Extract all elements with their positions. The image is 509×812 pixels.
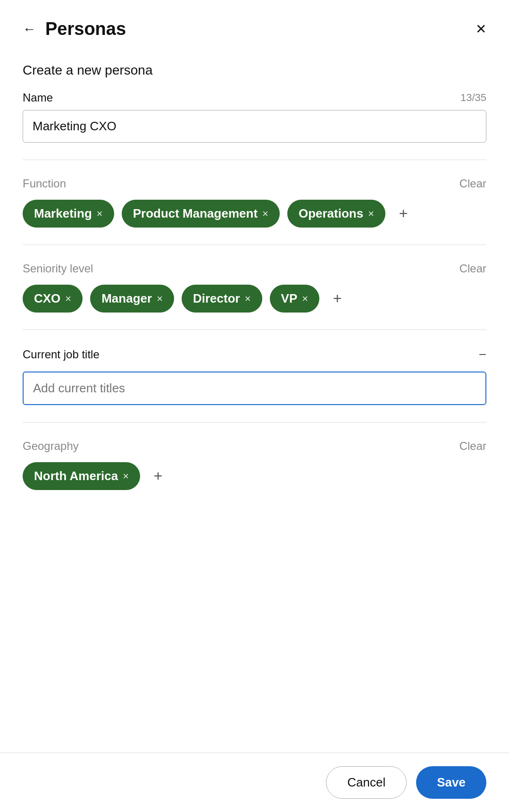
- seniority-tag-director-label: Director: [193, 291, 240, 306]
- page-container: ← Personas ✕ Create a new persona Name 1…: [0, 0, 509, 812]
- function-tag-marketing-remove[interactable]: ×: [97, 208, 103, 220]
- geography-clear-button[interactable]: Clear: [459, 440, 486, 453]
- seniority-tag-vp[interactable]: VP ×: [270, 285, 320, 313]
- name-input[interactable]: [23, 110, 486, 143]
- function-tag-marketing-label: Marketing: [34, 206, 92, 221]
- spacer: [0, 621, 509, 753]
- seniority-tag-vp-label: VP: [281, 291, 298, 306]
- save-button[interactable]: Save: [416, 766, 486, 799]
- back-icon[interactable]: ←: [23, 22, 36, 37]
- seniority-add-button[interactable]: +: [327, 288, 348, 309]
- divider-3: [23, 330, 486, 330]
- name-field-row: Name 13/35: [23, 91, 486, 104]
- function-tag-operations-remove[interactable]: ×: [368, 208, 374, 220]
- divider-2: [23, 245, 486, 245]
- collapse-icon[interactable]: −: [479, 347, 486, 362]
- seniority-tag-manager[interactable]: Manager ×: [90, 285, 174, 313]
- name-label: Name: [23, 91, 53, 104]
- function-label: Function: [23, 177, 66, 190]
- geography-section: Geography Clear North America × +: [23, 440, 486, 490]
- geography-label: Geography: [23, 440, 79, 453]
- seniority-clear-button[interactable]: Clear: [459, 262, 486, 275]
- seniority-tag-manager-label: Manager: [101, 291, 152, 306]
- job-title-section: Current job title −: [23, 347, 486, 405]
- function-header: Function Clear: [23, 177, 486, 190]
- geography-tag-north-america-label: North America: [34, 469, 118, 483]
- geography-tag-north-america-remove[interactable]: ×: [123, 470, 129, 482]
- function-clear-button[interactable]: Clear: [459, 177, 486, 190]
- cancel-button[interactable]: Cancel: [326, 766, 407, 799]
- geography-header: Geography Clear: [23, 440, 486, 453]
- seniority-label: Seniority level: [23, 262, 93, 275]
- geography-tag-north-america[interactable]: North America ×: [23, 462, 140, 490]
- function-section: Function Clear Marketing × Product Manag…: [23, 177, 486, 228]
- seniority-tag-director-remove[interactable]: ×: [245, 293, 251, 305]
- main-content: Create a new persona Name 13/35 Function…: [0, 49, 509, 621]
- seniority-tags-row: CXO × Manager × Director × VP × +: [23, 285, 486, 313]
- seniority-tag-director[interactable]: Director ×: [182, 285, 262, 313]
- name-section: Name 13/35: [23, 91, 486, 143]
- footer: Cancel Save: [0, 753, 509, 812]
- function-tag-operations[interactable]: Operations ×: [287, 200, 385, 228]
- seniority-tag-vp-remove[interactable]: ×: [302, 293, 308, 305]
- seniority-tag-cxo-label: CXO: [34, 291, 60, 306]
- seniority-tag-cxo-remove[interactable]: ×: [65, 293, 71, 305]
- function-tag-operations-label: Operations: [299, 206, 363, 221]
- seniority-tag-cxo[interactable]: CXO ×: [23, 285, 83, 313]
- divider-4: [23, 422, 486, 423]
- seniority-header: Seniority level Clear: [23, 262, 486, 275]
- create-heading: Create a new persona: [23, 63, 486, 78]
- function-tag-product-management-label: Product Management: [133, 206, 258, 221]
- header-left: ← Personas: [23, 19, 126, 39]
- function-add-button[interactable]: +: [393, 203, 414, 224]
- function-tags-row: Marketing × Product Management × Operati…: [23, 200, 486, 228]
- seniority-section: Seniority level Clear CXO × Manager × Di…: [23, 262, 486, 313]
- divider-1: [23, 160, 486, 160]
- function-tag-product-management-remove[interactable]: ×: [262, 208, 268, 220]
- job-title-header: Current job title −: [23, 347, 486, 362]
- job-title-input[interactable]: [23, 372, 486, 405]
- seniority-tag-manager-remove[interactable]: ×: [157, 293, 163, 305]
- function-tag-product-management[interactable]: Product Management ×: [122, 200, 280, 228]
- header: ← Personas ✕: [0, 0, 509, 49]
- page-title: Personas: [45, 19, 126, 39]
- geography-add-button[interactable]: +: [148, 466, 168, 487]
- job-title-label: Current job title: [23, 348, 100, 361]
- geography-tags-row: North America × +: [23, 462, 486, 490]
- function-tag-marketing[interactable]: Marketing ×: [23, 200, 114, 228]
- name-counter: 13/35: [460, 92, 486, 104]
- close-icon[interactable]: ✕: [476, 21, 486, 37]
